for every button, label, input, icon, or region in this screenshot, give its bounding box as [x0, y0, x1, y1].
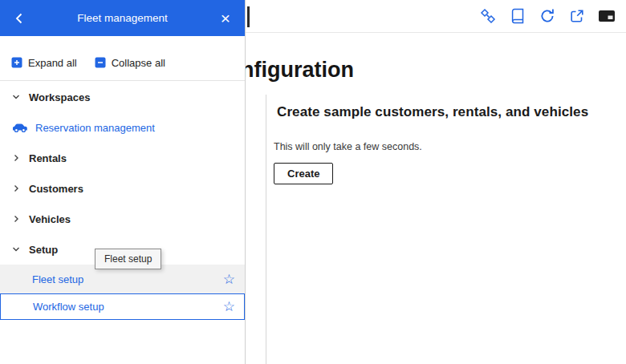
refresh-icon[interactable]	[538, 6, 557, 26]
panel-title: Fleet management	[30, 12, 214, 24]
tree-item-label: Vehicles	[29, 213, 71, 225]
expand-all-label: Expand all	[28, 57, 77, 69]
app-topbar	[246, 0, 626, 33]
favorite-star-icon[interactable]: ☆	[218, 299, 244, 314]
favorite-star-icon[interactable]: ☆	[218, 272, 245, 287]
tree-item-label: Workflow setup	[33, 301, 104, 313]
panel-header: Fleet management ×	[0, 0, 245, 36]
tree-item-label: Rentals	[29, 152, 67, 164]
screen: Configuration Create sample customers, r…	[0, 0, 626, 364]
content-divider	[266, 95, 266, 364]
tree-item-reservation-management[interactable]: Reservation management	[0, 112, 245, 143]
card-heading: Create sample customers, rentals, and ve…	[277, 104, 620, 120]
tree-item-vehicles[interactable]: Vehicles	[0, 204, 245, 234]
tooltip: Fleet setup	[95, 249, 161, 269]
screen-icon[interactable]	[597, 6, 616, 26]
tree-item-label: Workspaces	[29, 91, 90, 103]
nav-tree: Workspaces Reservation management Rental…	[0, 82, 245, 320]
chevron-right-icon	[10, 153, 22, 163]
tree-item-workflow-setup[interactable]: Workflow setup ☆	[0, 293, 245, 320]
open-new-window-icon[interactable]	[567, 6, 587, 26]
close-button[interactable]: ×	[214, 7, 237, 30]
tree-item-label: Fleet setup	[32, 273, 83, 285]
tree-item-rentals[interactable]: Rentals	[0, 143, 245, 173]
collapse-all-button[interactable]: Collapse all	[95, 57, 165, 69]
chevron-down-icon	[10, 245, 22, 254]
car-icon	[12, 122, 28, 133]
fleet-management-panel: Fleet management × Expand all	[0, 0, 246, 364]
tree-item-workspaces[interactable]: Workspaces	[0, 82, 245, 112]
expand-all-button[interactable]: Expand all	[11, 57, 77, 69]
chevron-left-icon	[13, 12, 26, 25]
panel-tools: Expand all Collapse all	[0, 51, 245, 74]
panel-divider	[0, 80, 245, 81]
expand-all-icon	[11, 57, 22, 68]
chevron-down-icon	[10, 92, 22, 102]
clipped-element	[247, 6, 250, 27]
chevron-right-icon	[10, 214, 22, 224]
office-icon[interactable]	[508, 6, 527, 26]
tree-item-label: Customers	[29, 183, 83, 195]
tree-item-customers[interactable]: Customers	[0, 173, 245, 204]
collapse-all-label: Collapse all	[112, 57, 165, 69]
chevron-right-icon	[10, 184, 22, 193]
link-icon[interactable]	[478, 6, 498, 26]
sample-data-card: Create sample customers, rentals, and ve…	[277, 104, 620, 184]
collapse-all-icon	[95, 57, 106, 68]
tree-item-label: Setup	[29, 244, 58, 256]
create-button[interactable]: Create	[274, 163, 333, 184]
tree-item-label: Reservation management	[35, 122, 155, 134]
back-button[interactable]	[8, 7, 30, 30]
card-body-text: This will only take a few seconds.	[274, 141, 620, 152]
